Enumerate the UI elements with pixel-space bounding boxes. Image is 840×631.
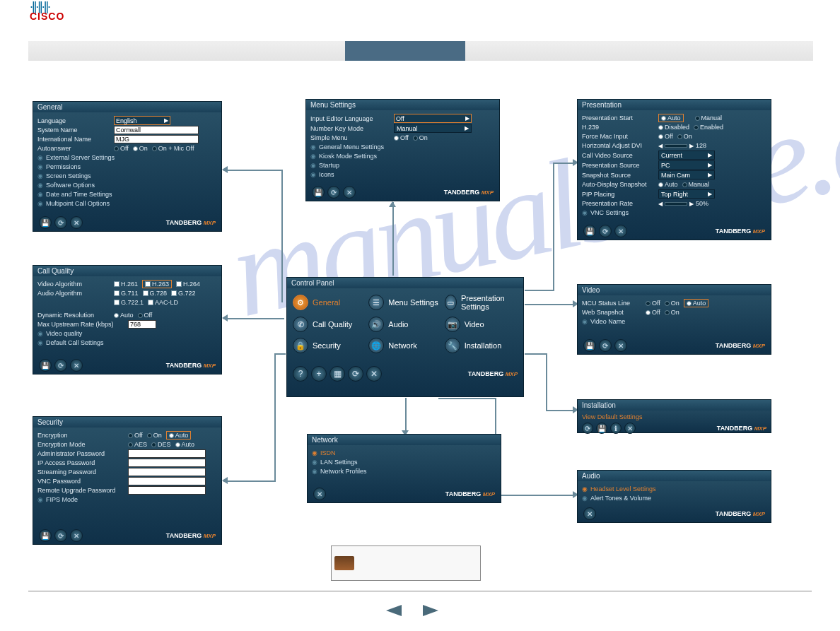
ip-pwd-input[interactable] (128, 459, 206, 467)
save-icon[interactable]: 💾 (39, 216, 52, 229)
close-icon[interactable]: ✕ (614, 339, 627, 352)
add-icon[interactable]: + (311, 366, 327, 382)
radio-enabled[interactable]: Enabled (694, 124, 723, 131)
horiz-slider[interactable]: ◀▶128 (658, 142, 706, 149)
link-headset[interactable]: Headset Level Settings (590, 485, 656, 493)
vnc-pwd-input[interactable] (128, 477, 206, 485)
save-icon[interactable]: 💾 (583, 225, 596, 237)
radio-auto[interactable]: Auto (684, 299, 709, 307)
intl-name-input[interactable] (114, 135, 199, 143)
cvs-dropdown[interactable]: Current▶ (658, 151, 715, 160)
refresh-icon[interactable]: ⟳ (348, 366, 363, 382)
chk-h263[interactable]: H.263 (142, 280, 172, 288)
link-isdn[interactable]: ISDN (320, 449, 336, 456)
disk-icon[interactable]: 💾 (596, 423, 607, 434)
cp-item-audio[interactable]: 🔊Audio (368, 317, 441, 332)
link-icons[interactable]: Icons (319, 171, 334, 178)
close-icon[interactable]: ✕ (366, 366, 382, 382)
rate-slider[interactable]: ◀▶50% (658, 200, 708, 207)
radio-auto[interactable]: Auto (114, 312, 134, 319)
link-videoname[interactable]: Video Name (590, 318, 625, 325)
radio-auto[interactable]: Auto (658, 181, 678, 188)
info-icon[interactable]: ℹ (610, 423, 622, 434)
close-icon[interactable]: ✕ (70, 359, 83, 372)
radio-off[interactable]: Off (394, 134, 409, 141)
refresh-icon[interactable]: ⟳ (582, 423, 593, 434)
radio-on[interactable]: On (413, 134, 428, 141)
refresh-icon[interactable]: ⟳ (327, 186, 340, 199)
chk-h264[interactable]: H.264 (176, 281, 200, 288)
cp-item-menu[interactable]: ☰Menu Settings (368, 294, 441, 311)
radio-off[interactable]: Off (114, 145, 129, 152)
link-general-menu[interactable]: General Menu Settings (319, 143, 384, 151)
link-startup[interactable]: Startup (319, 162, 339, 169)
link-software[interactable]: Software Options (46, 182, 95, 189)
refresh-icon[interactable]: ⟳ (54, 529, 67, 542)
radio-auto[interactable]: Auto (658, 114, 684, 122)
radio-off[interactable]: Off (646, 300, 660, 307)
radio-off[interactable]: Off (658, 133, 673, 140)
rate-input[interactable] (128, 320, 156, 329)
radio-onmicoff[interactable]: On + Mic Off (152, 145, 194, 152)
refresh-icon[interactable]: ⟳ (54, 216, 67, 229)
close-icon[interactable]: ✕ (624, 423, 636, 434)
chk-h261[interactable]: H.261 (114, 281, 138, 288)
close-icon[interactable]: ✕ (313, 488, 326, 500)
prev-page-button[interactable] (386, 605, 402, 616)
save-icon[interactable]: 💾 (312, 186, 325, 199)
link-netprofiles[interactable]: Network Profiles (320, 468, 367, 475)
radio-on[interactable]: On (677, 133, 692, 140)
link-ext-server[interactable]: External Server Settings (46, 154, 115, 161)
cp-item-callquality[interactable]: ✆Call Quality (293, 317, 366, 332)
refresh-icon[interactable]: ⟳ (54, 359, 67, 372)
book-link[interactable] (331, 546, 481, 581)
link-permissions[interactable]: Permissions (46, 163, 81, 170)
stream-pwd-input[interactable] (128, 468, 206, 476)
close-icon[interactable]: ✕ (583, 507, 596, 520)
close-icon[interactable]: ✕ (614, 225, 627, 237)
lang-dropdown[interactable]: Off▶ (394, 114, 472, 123)
next-page-button[interactable] (423, 605, 438, 616)
link-alert[interactable]: Alert Tones & Volume (590, 495, 651, 502)
link-vnc[interactable]: VNC Settings (590, 209, 629, 216)
chk-g7221[interactable]: G.722.1 (114, 299, 144, 306)
radio-des[interactable]: DES (151, 441, 171, 448)
pip-dropdown[interactable]: Top Right▶ (658, 189, 715, 199)
link-multipoint[interactable]: Multipoint Call Options (46, 200, 110, 207)
chk-g722[interactable]: G.722 (171, 290, 196, 297)
radio-off[interactable]: Off (128, 432, 143, 439)
close-icon[interactable]: ✕ (343, 186, 356, 199)
radio-manual[interactable]: Manual (682, 181, 710, 188)
radio-manual[interactable]: Manual (695, 114, 723, 122)
chk-g728[interactable]: G.728 (143, 290, 168, 297)
cp-item-installation[interactable]: 🔧Installation (445, 338, 518, 353)
cp-item-network[interactable]: 🌐Network (368, 338, 441, 353)
radio-auto[interactable]: Auto (175, 441, 195, 448)
remote-pwd-input[interactable] (128, 486, 206, 495)
link-lan[interactable]: LAN Settings (320, 459, 358, 466)
help-icon[interactable]: ? (293, 366, 308, 382)
radio-off[interactable]: Off (646, 309, 660, 316)
ss-dropdown[interactable]: Main Cam▶ (658, 170, 715, 179)
refresh-icon[interactable]: ⟳ (599, 339, 612, 352)
save-icon[interactable]: 💾 (39, 529, 52, 542)
refresh-icon[interactable]: ⟳ (599, 225, 612, 237)
radio-off[interactable]: Off (138, 312, 153, 319)
close-icon[interactable]: ✕ (70, 216, 83, 229)
save-icon[interactable]: 💾 (583, 339, 596, 352)
cp-item-security[interactable]: 🔒Security (293, 338, 366, 353)
link-videoquality[interactable]: Video quality (46, 330, 82, 337)
cp-item-general[interactable]: ⚙General (293, 294, 366, 311)
cp-item-presentation[interactable]: ▭Presentation Settings (445, 294, 518, 311)
chk-g711[interactable]: G.711 (114, 290, 139, 297)
language-dropdown[interactable]: English▶ (114, 116, 170, 125)
radio-on[interactable]: On (665, 300, 679, 307)
cp-item-video[interactable]: 📷Video (445, 317, 518, 332)
numkey-dropdown[interactable]: Manual▶ (394, 124, 472, 133)
admin-pwd-input[interactable] (128, 449, 206, 458)
ps-dropdown[interactable]: PC▶ (658, 160, 715, 170)
link-kiosk[interactable]: Kiosk Mode Settings (319, 153, 377, 160)
radio-auto[interactable]: Auto (166, 431, 192, 440)
link-screen[interactable]: Screen Settings (46, 172, 91, 179)
save-icon[interactable]: 💾 (39, 359, 52, 372)
